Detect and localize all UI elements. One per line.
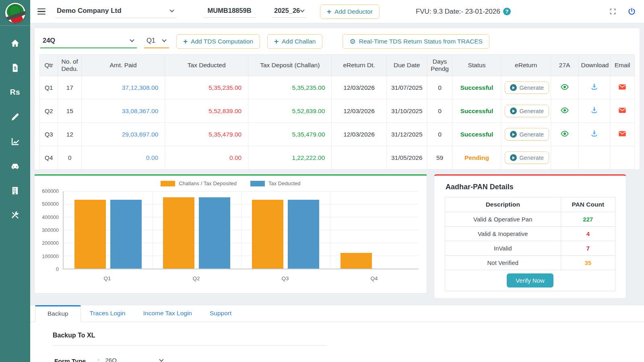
bar[interactable]	[252, 200, 283, 269]
add-deductor-button[interactable]: + Add Deductor	[320, 4, 380, 19]
bar[interactable]	[74, 200, 106, 269]
bottom-section: Backup Traces Login Income Tax Login Sup…	[30, 305, 644, 362]
due-date-cell: 31/12/2025	[386, 123, 427, 146]
bar[interactable]	[199, 197, 230, 269]
verify-now-button[interactable]: Verify Now	[507, 273, 553, 288]
app-logo[interactable]	[0, 0, 30, 26]
sidebar-item-tools[interactable]	[7, 209, 24, 221]
building-icon	[10, 186, 20, 195]
due-date-cell: 31/05/2026	[386, 146, 427, 170]
help-icon[interactable]: ?	[503, 8, 511, 15]
table-row: Verify Now	[445, 270, 615, 291]
table-row: Q4 0 0.00 0.00 1,22,222.00 31/05/2026 59…	[40, 146, 635, 170]
returns-toolbar: 24Q Q1 + Add TDS Computation + Add Chall…	[39, 33, 635, 54]
plus-icon: +	[327, 9, 331, 14]
table-row: Valid & Operative Pan 227	[445, 212, 615, 227]
generate-ereturn-button[interactable]: Generate	[505, 81, 549, 94]
pan-count-value: 227	[561, 212, 615, 227]
days-pending-cell: 0	[427, 76, 452, 99]
days-pending-cell: 0	[427, 99, 452, 123]
form-type-label: Form Type	[54, 358, 94, 362]
panel-title: Aadhar-PAN Details	[446, 183, 615, 191]
sidebar: $ Rs	[0, 0, 30, 362]
tab-backup[interactable]: Backup	[35, 305, 81, 322]
qtr-cell: Q3	[40, 123, 58, 146]
table-row: Q3 12 29,03,697.00 5,35,479.00 5,35,479.…	[40, 123, 635, 146]
chevron-down-icon	[159, 357, 164, 362]
plus-icon: +	[274, 39, 279, 44]
generate-ereturn-button[interactable]: Generate	[505, 128, 549, 141]
rupee-icon: Rs	[10, 88, 20, 97]
download-button[interactable]	[590, 129, 599, 138]
tax-deducted-cell: 5,35,235.00	[165, 76, 248, 99]
assessment-year-select[interactable]: 2025_26	[272, 5, 306, 18]
bar-chart: 0100000200000300000400000500000600000 Q1…	[38, 188, 422, 284]
sidebar-item-vehicle[interactable]	[7, 160, 24, 172]
download-button[interactable]	[590, 83, 599, 91]
bar-group-q1	[64, 191, 153, 269]
top-bar: Demo Company Ltd MUMB18859B 2025_26 + Ad…	[30, 0, 644, 23]
due-date-cell: 31/07/2025	[386, 76, 427, 99]
bar[interactable]	[110, 200, 142, 269]
legend-swatch	[250, 181, 265, 186]
tools-icon	[10, 211, 20, 220]
legend-swatch	[161, 181, 175, 186]
tax-deducted-cell: 0.00	[165, 146, 248, 170]
returns-card: 24Q Q1 + Add TDS Computation + Add Chall…	[34, 28, 640, 170]
chevron-down-icon	[300, 8, 304, 12]
bar[interactable]	[341, 253, 372, 269]
days-pending-cell: 0	[427, 123, 452, 146]
table-header-row: QtrNo. of Dedu. Amt. PaidTax Deducted Ta…	[40, 55, 635, 76]
email-button[interactable]	[618, 83, 627, 91]
sidebar-item-rupee[interactable]: Rs	[7, 86, 24, 98]
view-27a-button[interactable]	[560, 106, 569, 115]
qtr-cell: Q2	[40, 99, 58, 123]
download-button[interactable]	[590, 106, 599, 114]
table-row: InValid 7	[445, 241, 615, 256]
sidebar-item-edit[interactable]	[7, 111, 24, 123]
view-27a-button[interactable]	[560, 83, 569, 91]
tab-support[interactable]: Support	[201, 305, 240, 322]
email-button[interactable]	[618, 106, 627, 115]
pen-icon	[10, 112, 20, 122]
backup-section-title: Backup To XL	[53, 332, 644, 339]
add-challan-button[interactable]: + Add Challan	[267, 34, 323, 49]
pan-col-count: PAN Count	[561, 197, 615, 212]
add-tds-computation-button[interactable]: + Add TDS Computation	[176, 34, 260, 49]
form-type-select[interactable]: 24Q	[40, 35, 137, 48]
sidebar-item-home[interactable]	[7, 37, 24, 49]
y-axis-tick: 300000	[42, 228, 59, 233]
traces-status-button[interactable]: ⚙ Real-Time TDS Return Status from TRACE…	[343, 34, 489, 49]
fullscreen-icon[interactable]	[609, 7, 617, 16]
eye-icon	[560, 129, 569, 138]
sidebar-item-invoice[interactable]: $	[7, 62, 24, 74]
pan-desc: InValid	[445, 241, 561, 256]
view-27a-button[interactable]	[560, 129, 569, 138]
quarter-select[interactable]: Q1	[144, 35, 169, 48]
company-select[interactable]: Demo Company Ltd	[55, 5, 176, 18]
y-axis-tick: 200000	[42, 240, 59, 246]
y-axis-tick: 600000	[42, 188, 59, 194]
chevron-down-icon	[130, 37, 134, 42]
download-icon	[590, 83, 599, 91]
menu-icon[interactable]	[37, 7, 46, 17]
backup-form-type-select[interactable]: 26Q	[103, 356, 165, 362]
chevron-down-icon	[169, 8, 174, 12]
ereturn-date-cell: 12/03/2026	[332, 99, 386, 123]
sidebar-item-company[interactable]	[7, 184, 24, 197]
y-axis-tick: 500000	[42, 201, 59, 207]
table-row: Not Verified 35	[445, 256, 615, 270]
download-icon	[590, 106, 599, 114]
pan-count-value: 7	[561, 241, 615, 256]
bar[interactable]	[288, 200, 319, 269]
tab-income-tax-login[interactable]: Income Tax Login	[134, 305, 201, 322]
power-icon[interactable]	[627, 7, 636, 16]
email-button[interactable]	[618, 129, 627, 138]
generate-ereturn-button[interactable]: Generate	[505, 105, 549, 117]
invoice-dollar-icon: $	[10, 63, 20, 72]
sidebar-item-reports[interactable]	[7, 135, 24, 147]
gear-icon: ⚙	[349, 38, 355, 45]
bar[interactable]	[163, 197, 194, 269]
generate-ereturn-button[interactable]: Generate	[505, 151, 549, 164]
tab-traces-login[interactable]: Traces Login	[81, 305, 134, 322]
